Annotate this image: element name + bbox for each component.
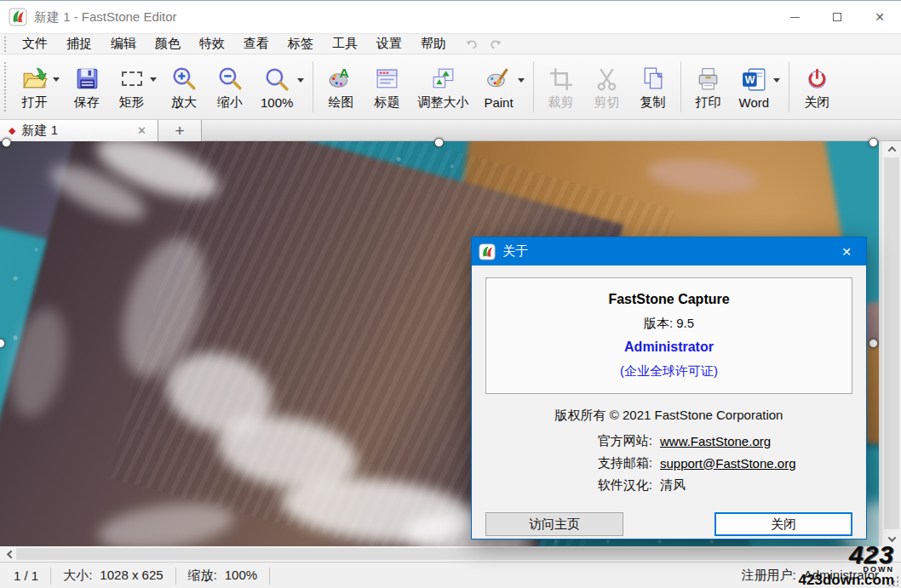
about-detail-rows: 官方网站: www.FastStone.org 支持邮箱: support@Fa…: [472, 430, 866, 496]
draw-button[interactable]: A 绘图: [318, 60, 364, 113]
open-button[interactable]: 打开: [13, 60, 64, 113]
menu-edit[interactable]: 编辑: [101, 34, 146, 54]
website-label: 官方网站:: [472, 433, 652, 449]
close-button[interactable]: ✕: [858, 1, 901, 33]
page-indicator: 1 / 1: [14, 568, 38, 583]
licensee-name: Administrator: [624, 340, 714, 355]
print-button[interactable]: 打印: [686, 60, 732, 113]
undo-icon[interactable]: [464, 37, 479, 51]
selection-handle-top-left[interactable]: [2, 138, 11, 147]
menu-file[interactable]: 文件: [13, 34, 57, 54]
copy-label: 复制: [640, 94, 666, 111]
zoom-label: 缩放:: [188, 568, 217, 584]
vertical-scroll-thumb[interactable]: [884, 157, 899, 529]
selection-handle-middle-right[interactable]: [869, 339, 878, 348]
close-editor-button[interactable]: 关闭: [794, 60, 840, 113]
about-dialog: 关于 ✕ FastStone Capture 版本: 9.5 Administr…: [471, 237, 867, 539]
minimize-button[interactable]: [773, 1, 816, 33]
watermark-domain: 423down.com: [799, 573, 894, 587]
about-dialog-body: FastStone Capture 版本: 9.5 Administrator …: [472, 277, 866, 551]
plus-icon: +: [175, 122, 184, 140]
main-toolbar: 打开 保存 矩形 放: [0, 54, 901, 120]
website-link[interactable]: www.FastStone.org: [660, 434, 771, 448]
zoom-in-button[interactable]: 放大: [161, 60, 207, 113]
scissors-icon: [593, 65, 621, 93]
copy-button[interactable]: 复制: [630, 60, 676, 113]
rectangle-dropdown-caret[interactable]: [150, 77, 157, 82]
crop-label: 裁剪: [548, 94, 574, 111]
tab-close-icon[interactable]: ✕: [135, 124, 149, 137]
open-label: 打开: [22, 94, 48, 111]
zoom-in-label: 放大: [171, 94, 197, 111]
minimize-icon: [790, 17, 800, 18]
menu-help[interactable]: 帮助: [411, 34, 456, 54]
zoom-out-button[interactable]: 缩小: [207, 60, 253, 113]
word-button[interactable]: W Word: [732, 61, 785, 112]
rectangle-select-button[interactable]: 矩形: [110, 60, 161, 113]
localization-label: 软件汉化:: [472, 477, 652, 494]
email-label: 支持邮箱:: [472, 455, 652, 471]
maximize-icon: [833, 13, 841, 21]
title-button[interactable]: 标题: [364, 60, 410, 113]
about-dialog-buttons: 访问主页 关闭: [485, 512, 852, 536]
email-row: 支持邮箱: support@FastStone.org: [472, 452, 866, 474]
menu-capture[interactable]: 捕捉: [57, 34, 101, 54]
zoom-100-dropdown-caret[interactable]: [297, 78, 304, 83]
caption-window-icon: [373, 65, 401, 93]
paint-dropdown-caret[interactable]: [518, 78, 525, 83]
about-dialog-titlebar[interactable]: 关于 ✕: [472, 237, 866, 265]
toolbar-separator: [313, 61, 313, 112]
copyright-text: 版权所有 © 2021 FastStone Corporation: [472, 408, 866, 424]
word-dropdown-caret[interactable]: [773, 78, 780, 83]
size-label: 大小:: [63, 568, 92, 584]
resize-button[interactable]: 调整大小: [410, 60, 476, 113]
draw-palette-icon: A: [327, 65, 355, 93]
open-dropdown-caret[interactable]: [53, 77, 60, 82]
toolbar-grip-2[interactable]: [3, 61, 8, 113]
localization-value: 清风: [660, 477, 686, 494]
chevron-up-icon: [887, 146, 896, 154]
tab-new-1[interactable]: ◆ 新建 1 ✕: [0, 120, 158, 141]
vertical-scrollbar[interactable]: [882, 141, 901, 546]
paint-button[interactable]: Paint: [476, 61, 528, 112]
word-label: Word: [739, 95, 770, 110]
status-separator: [175, 568, 176, 585]
selection-handle-top-center[interactable]: [434, 138, 444, 147]
product-name: FastStone Capture: [608, 292, 729, 307]
menu-tags[interactable]: 标签: [278, 34, 323, 54]
crop-icon: [547, 65, 575, 93]
watermark-423down: 423 DOWN 423down.com: [799, 542, 894, 587]
menu-settings[interactable]: 设置: [367, 34, 411, 54]
toolbar-grip[interactable]: [3, 36, 8, 51]
size-value: 1028 x 625: [100, 568, 163, 584]
svg-text:A: A: [339, 66, 348, 80]
open-folder-icon: [20, 65, 49, 93]
rectangle-select-icon: [118, 65, 146, 93]
maximize-button[interactable]: [816, 1, 858, 33]
zoom-100-button[interactable]: 100%: [253, 61, 308, 112]
menu-colors[interactable]: 颜色: [146, 34, 190, 54]
menu-effects[interactable]: 特效: [190, 34, 234, 54]
menu-bar: 文件 捕捉 编辑 颜色 特效 查看 标签 工具 设置 帮助: [0, 33, 901, 54]
website-row: 官方网站: www.FastStone.org: [472, 430, 866, 452]
menu-tools[interactable]: 工具: [323, 34, 367, 54]
faststone-logo-icon: [479, 243, 496, 260]
redo-icon[interactable]: [488, 37, 503, 51]
status-separator: [269, 568, 270, 585]
scroll-up-button[interactable]: [882, 141, 901, 157]
selection-handle-top-right[interactable]: [869, 138, 878, 147]
modified-diamond-icon: ◆: [9, 125, 15, 136]
dialog-close-button[interactable]: 关闭: [714, 512, 852, 536]
toolbar-separator: [680, 61, 681, 112]
about-close-button[interactable]: ✕: [827, 237, 866, 265]
status-bar: 1 / 1 大小: 1028 x 625 缩放: 100% 注册用户: Admi…: [0, 562, 901, 588]
close-editor-label: 关闭: [804, 94, 829, 111]
faststone-editor-window: 新建 1 - FastStone Editor ✕ 文件 捕捉 编辑 颜色 特效…: [0, 0, 901, 588]
new-tab-button[interactable]: +: [158, 120, 202, 141]
menu-view[interactable]: 查看: [234, 34, 278, 54]
email-link[interactable]: support@FastStone.org: [660, 456, 795, 471]
visit-homepage-button[interactable]: 访问主页: [485, 512, 623, 536]
status-separator: [50, 568, 51, 585]
save-button[interactable]: 保存: [64, 60, 110, 113]
svg-text:W: W: [745, 74, 755, 86]
